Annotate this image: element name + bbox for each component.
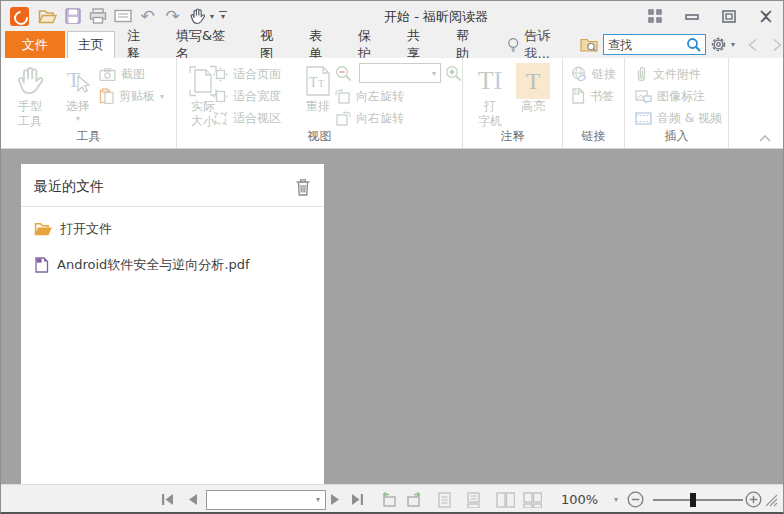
find-input[interactable]: [604, 38, 686, 52]
close-button[interactable]: [755, 5, 777, 27]
select-tool-button[interactable]: T 选择 ▾: [57, 63, 99, 123]
nav-forward-chevron-icon[interactable]: [772, 38, 783, 52]
fit-width-button[interactable]: 适合宽度: [213, 87, 281, 105]
collapse-ribbon-button[interactable]: [759, 135, 771, 142]
open-file-item[interactable]: 打开文件: [21, 211, 324, 247]
settings-caret-icon[interactable]: ▾: [731, 40, 735, 49]
zoom-level-value[interactable]: 100%: [561, 485, 598, 514]
foxit-logo-icon[interactable]: [10, 7, 29, 26]
zoom-in-button[interactable]: [445, 64, 462, 82]
reflow-button[interactable]: TT 重排: [299, 63, 337, 114]
link-label: 链接: [592, 66, 616, 83]
settings-gear-icon[interactable]: [710, 36, 727, 53]
prev-page-button[interactable]: [187, 485, 198, 514]
maximize-button[interactable]: [718, 5, 740, 27]
zoom-out-icon: [335, 65, 352, 82]
email-button[interactable]: [110, 4, 135, 28]
zoom-level-caret[interactable]: ▾: [614, 485, 618, 514]
resize-grip[interactable]: [764, 485, 778, 514]
highlight-icon: T: [516, 63, 550, 99]
next-view-button[interactable]: [406, 485, 424, 514]
redo-button[interactable]: ↷: [160, 4, 185, 28]
continuous-facing-view-button[interactable]: [523, 485, 542, 514]
search-icon[interactable]: [686, 37, 702, 53]
hand-icon: [190, 8, 205, 25]
tab-view[interactable]: 视图: [248, 31, 297, 58]
rotate-left-label: 向左旋转: [356, 88, 404, 105]
tell-me-button[interactable]: 告诉我...: [507, 31, 574, 58]
rotate-right-button[interactable]: 向右旋转: [335, 109, 404, 127]
link-button[interactable]: 链接: [571, 65, 616, 83]
open-file-label: 打开文件: [60, 220, 112, 238]
audio-video-button[interactable]: 音频 & 视频: [635, 109, 722, 127]
typewriter-label: 打 字机: [478, 99, 502, 129]
continuous-view-button[interactable]: [467, 485, 480, 514]
snapshot-button[interactable]: 截图: [99, 65, 145, 83]
clipboard-caret-icon: ▾: [160, 92, 164, 101]
email-icon: [114, 9, 132, 23]
tab-fill-sign[interactable]: 填写&签名: [164, 31, 248, 58]
tab-help[interactable]: 帮助: [444, 31, 493, 58]
image-annotation-button[interactable]: 图像标注: [635, 87, 705, 105]
clear-recent-trash-icon[interactable]: [296, 179, 310, 196]
zoom-combobox[interactable]: ▾: [359, 63, 441, 83]
reflow-label: 重排: [306, 99, 330, 114]
app-window: ↶ ↷ ▾ ▾ 开始 - 福昕阅读器: [0, 0, 784, 514]
single-page-view-button[interactable]: [438, 485, 451, 514]
bookmark-button[interactable]: 书签: [571, 87, 614, 105]
status-bar: ▾ 100% ▾: [1, 484, 783, 513]
group-links-label: 链接: [563, 128, 624, 145]
continuous-facing-icon: [523, 492, 542, 508]
fit-page-button[interactable]: 适合页面: [213, 65, 281, 83]
search-in-folder-icon[interactable]: [580, 37, 599, 53]
print-button[interactable]: [85, 4, 110, 28]
tab-file[interactable]: 文件: [5, 31, 65, 58]
tab-comment[interactable]: 注释: [115, 31, 164, 58]
customize-toolbar-button[interactable]: ▾: [214, 4, 232, 28]
tab-protect[interactable]: 保护: [346, 31, 395, 58]
save-button[interactable]: [60, 4, 85, 28]
page-number-caret[interactable]: ▾: [316, 495, 320, 504]
fullscreen-button[interactable]: [644, 5, 666, 27]
zoom-out-circle-icon: [627, 491, 644, 508]
zoom-out-status-button[interactable]: [627, 485, 644, 514]
window-controls: [644, 1, 777, 31]
zoom-in-status-button[interactable]: [745, 485, 762, 514]
rotate-left-button[interactable]: 向左旋转: [335, 87, 404, 105]
image-annotation-label: 图像标注: [657, 88, 705, 105]
recent-file-item[interactable]: Android软件安全与逆向分析.pdf: [21, 247, 324, 283]
paperclip-icon: [635, 66, 648, 82]
zoom-out-button[interactable]: [335, 64, 352, 82]
bookmark-icon: [571, 88, 585, 104]
zoom-slider-handle[interactable]: [690, 493, 696, 507]
fit-page-icon: [213, 67, 228, 82]
last-page-button[interactable]: [351, 485, 364, 514]
tab-form[interactable]: 表单: [297, 31, 346, 58]
tab-share[interactable]: 共享: [395, 31, 444, 58]
file-attachment-button[interactable]: 文件附件: [635, 65, 701, 83]
highlight-button[interactable]: T 高亮: [515, 63, 551, 114]
group-tools-label: 工具: [1, 128, 176, 145]
hand-tool-button[interactable]: [185, 4, 210, 28]
next-page-button[interactable]: [330, 485, 341, 514]
typewriter-button[interactable]: TI 打 字机: [471, 63, 509, 129]
minimize-button[interactable]: [681, 5, 703, 27]
open-file-button[interactable]: [35, 4, 60, 28]
hand-tool-ribbon-button[interactable]: 手型 工具: [7, 63, 53, 129]
nav-back-chevron-icon[interactable]: [747, 38, 758, 52]
clipboard-button[interactable]: 剪贴板 ▾: [99, 87, 164, 105]
facing-view-button[interactable]: [496, 485, 515, 514]
page-number-input[interactable]: [207, 493, 316, 507]
tab-home[interactable]: 主页: [67, 31, 115, 58]
rotate-left-icon: [335, 89, 351, 104]
print-icon: [89, 8, 107, 24]
zoom-slider-track[interactable]: [653, 499, 743, 501]
fit-visible-button[interactable]: 适合视区: [213, 109, 281, 127]
group-comment: TI 打 字机 T 高亮 注释: [463, 58, 563, 148]
minimize-icon: [685, 12, 699, 20]
zoom-in-icon: [445, 65, 462, 82]
previous-view-button[interactable]: [379, 485, 397, 514]
customize-caret-icon: ▾: [221, 12, 225, 21]
undo-button[interactable]: ↶: [135, 4, 160, 28]
first-page-button[interactable]: [161, 485, 174, 514]
